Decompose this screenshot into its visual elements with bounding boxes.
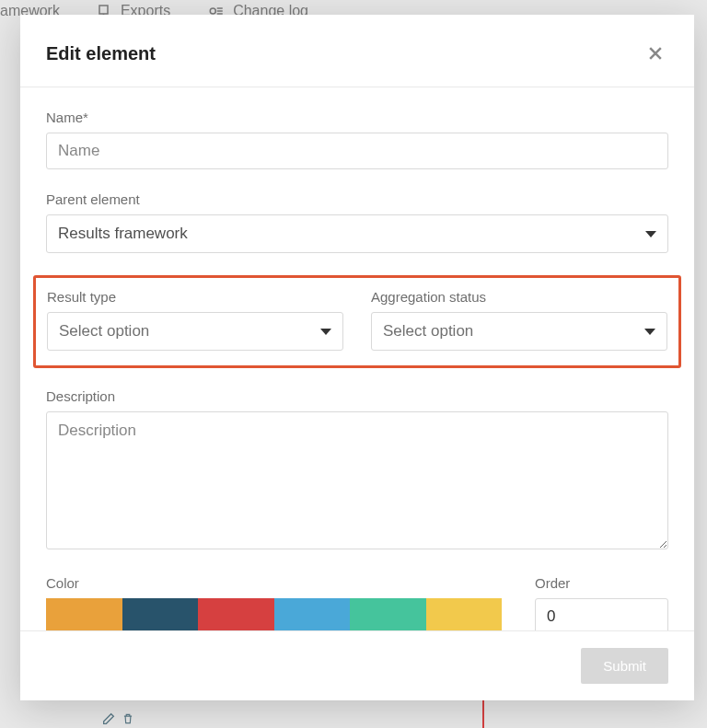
chevron-down-icon — [645, 231, 656, 237]
edit-icon — [101, 711, 116, 726]
description-textarea[interactable] — [46, 411, 668, 549]
name-label: Name* — [46, 110, 668, 125]
chevron-down-icon — [320, 329, 331, 335]
aggregation-label: Aggregation status — [371, 289, 667, 305]
bg-red-line — [482, 700, 484, 728]
aggregation-value: Select option — [383, 322, 473, 341]
field-parent: Parent element Results framework — [46, 191, 668, 253]
color-swatch-5[interactable] — [426, 598, 503, 630]
field-description: Description — [46, 388, 668, 553]
field-result-type: Result type Select option — [47, 289, 343, 351]
color-swatch-0[interactable] — [46, 598, 122, 630]
svg-point-1 — [210, 8, 215, 14]
trash-icon — [122, 711, 134, 726]
result-type-value: Select option — [59, 322, 149, 341]
parent-value: Results framework — [58, 225, 188, 243]
result-type-label: Result type — [47, 289, 343, 305]
close-icon — [646, 44, 665, 63]
modal-header: Edit element — [20, 15, 694, 87]
modal-footer: Submit — [20, 630, 694, 700]
name-input[interactable] — [46, 133, 668, 169]
bg-row-actions — [101, 711, 134, 726]
close-button[interactable] — [643, 40, 668, 66]
result-type-select[interactable]: Select option — [47, 312, 343, 351]
color-swatch-1[interactable] — [122, 598, 199, 630]
modal-title: Edit element — [46, 43, 156, 64]
field-name: Name* — [46, 110, 668, 169]
modal-body: Name* Parent element Results framework R… — [20, 87, 694, 630]
parent-label: Parent element — [46, 191, 668, 207]
color-swatch-4[interactable] — [350, 598, 426, 630]
chevron-down-icon — [644, 329, 655, 335]
field-aggregation: Aggregation status Select option — [371, 289, 667, 351]
svg-rect-0 — [99, 6, 108, 14]
parent-select[interactable]: Results framework — [46, 214, 668, 253]
background-bottom — [0, 700, 707, 728]
submit-button[interactable]: Submit — [581, 648, 668, 684]
color-palette — [46, 598, 502, 630]
row-color-order: Color Order — [46, 575, 668, 630]
order-label: Order — [535, 575, 668, 591]
edit-element-modal: Edit element Name* Parent element Result… — [20, 15, 694, 700]
color-label: Color — [46, 575, 502, 591]
field-color: Color — [46, 575, 502, 630]
color-swatch-3[interactable] — [274, 598, 351, 630]
aggregation-select[interactable]: Select option — [371, 312, 667, 351]
description-label: Description — [46, 388, 668, 404]
order-input[interactable] — [535, 598, 668, 630]
highlighted-row: Result type Select option Aggregation st… — [33, 275, 681, 368]
field-order: Order — [535, 575, 668, 630]
color-swatch-2[interactable] — [198, 598, 274, 630]
